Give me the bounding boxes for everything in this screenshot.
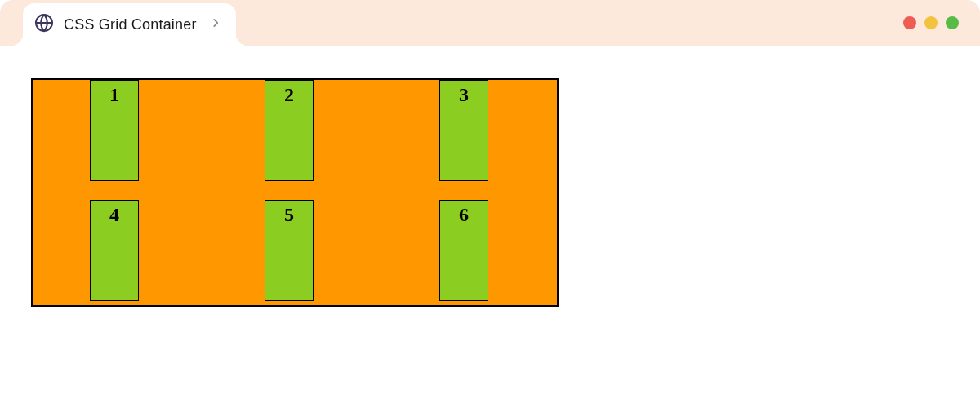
page-content: 1 2 3 4 5 6	[0, 46, 980, 339]
maximize-icon[interactable]	[946, 16, 959, 29]
minimize-icon[interactable]	[924, 16, 938, 29]
grid-item: 3	[439, 80, 488, 181]
close-icon[interactable]	[903, 16, 916, 29]
grid-item: 1	[90, 80, 139, 181]
window-controls	[903, 16, 959, 29]
browser-tab[interactable]: CSS Grid Container	[23, 3, 236, 46]
globe-icon	[34, 13, 54, 36]
chevron-right-icon	[210, 17, 221, 32]
grid-container: 1 2 3 4 5 6	[31, 78, 559, 307]
grid-item: 5	[265, 200, 314, 301]
grid-item: 2	[265, 80, 314, 181]
grid-item: 4	[90, 200, 139, 301]
tab-bar: CSS Grid Container	[0, 0, 980, 46]
tab-title: CSS Grid Container	[64, 16, 197, 33]
grid-item: 6	[439, 200, 488, 301]
